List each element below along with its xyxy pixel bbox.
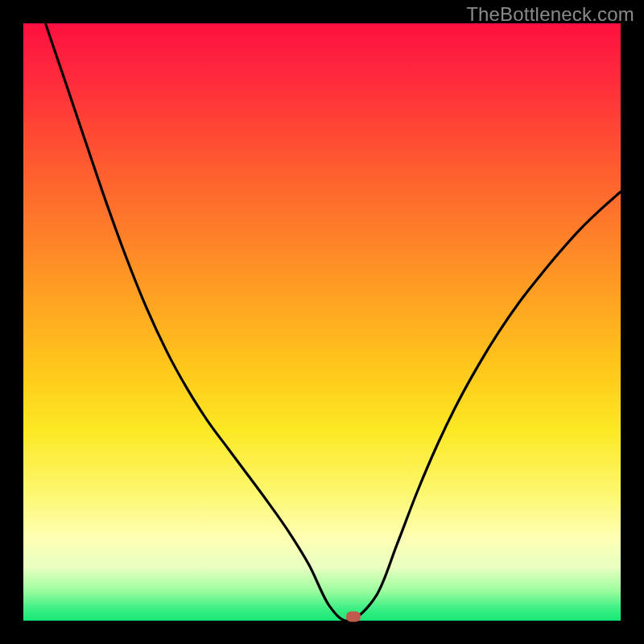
chart-frame: TheBottleneck.com bbox=[0, 0, 644, 644]
plot-area bbox=[23, 23, 621, 621]
watermark-text: TheBottleneck.com bbox=[466, 3, 634, 26]
bottleneck-curve bbox=[23, 23, 621, 621]
optimum-marker bbox=[346, 611, 361, 621]
